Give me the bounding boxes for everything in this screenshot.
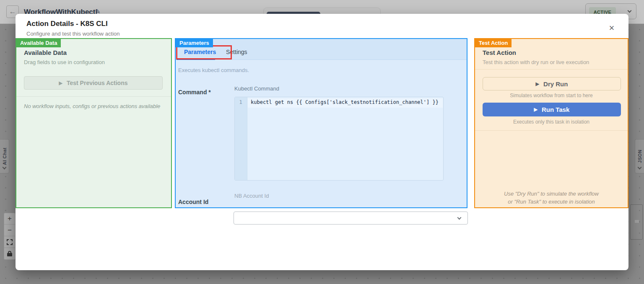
dry-run-button[interactable]: ▶ Dry Run xyxy=(483,77,621,90)
available-data-hint: Drag fields to use in configuration xyxy=(24,59,105,65)
parameters-tab-annotation-box xyxy=(176,45,232,59)
parameters-panel: Parameters Settings Parameters Executes … xyxy=(175,38,467,208)
modal-title: Action Details - K8S CLI xyxy=(26,20,108,28)
test-action-heading: Test Action xyxy=(483,49,516,56)
command-editor-label: Kubectl Command xyxy=(234,85,279,92)
test-previous-actions-button[interactable]: ▶ Test Previous Actions xyxy=(24,76,163,90)
account-id-placeholder: NB Account Id xyxy=(234,193,269,199)
close-icon: × xyxy=(609,23,615,34)
test-action-footer-note: Use "Dry Run" to simulate the workflow o… xyxy=(475,190,628,206)
divider xyxy=(475,69,628,70)
code-line-number: 1 xyxy=(235,99,247,105)
chevron-down-icon xyxy=(457,216,462,220)
close-button[interactable]: × xyxy=(606,22,618,34)
run-task-caption: Executes only this task in isolation xyxy=(475,119,628,125)
account-id-select[interactable] xyxy=(234,212,468,225)
test-action-annotation-badge: Test Action xyxy=(475,39,512,47)
command-field-label: Command * xyxy=(178,89,211,96)
footer-note-line2: or "Run Task" to execute in isolation xyxy=(475,198,628,206)
play-icon: ▶ xyxy=(59,80,62,86)
parameters-annotation-badge: Parameters xyxy=(176,39,213,47)
divider xyxy=(16,96,171,97)
test-previous-actions-label: Test Previous Actions xyxy=(67,80,127,86)
action-details-modal: Action Details - K8S CLI Configure and t… xyxy=(16,14,628,270)
play-icon: ▶ xyxy=(536,81,539,87)
run-task-button[interactable]: ▶ Run Task xyxy=(483,103,621,116)
action-description: Executes kubectl commands. xyxy=(178,67,249,73)
footer-note-line1: Use "Dry Run" to simulate the workflow xyxy=(475,190,628,198)
play-icon: ▶ xyxy=(534,107,538,112)
command-code-text: kubectl get ns {{ Configs['slack_testnot… xyxy=(251,99,439,105)
run-task-label: Run Task xyxy=(542,106,569,113)
available-data-panel: Available Data Available Data Drag field… xyxy=(16,38,172,208)
available-data-heading: Available Data xyxy=(24,49,67,56)
workflow-editor-screen: ← WorkflowWithKubectl ✎ ACTIVE AI Chat J… xyxy=(0,0,644,284)
dry-run-caption: Simulates workflow from start to here xyxy=(475,93,628,98)
test-action-hint: Test this action with dry run or live ex… xyxy=(483,59,589,65)
available-data-annotation-badge: Available Data xyxy=(16,39,61,47)
modal-subtitle: Configure and test this workflow action xyxy=(26,31,120,37)
available-data-empty-message: No workflow inputs, configs or previous … xyxy=(24,103,160,109)
code-gutter xyxy=(235,97,247,180)
dry-run-label: Dry Run xyxy=(543,80,568,88)
divider xyxy=(475,130,628,131)
command-code-editor[interactable]: 1 kubectl get ns {{ Configs['slack_testn… xyxy=(234,97,444,181)
test-action-panel: Test Action Test Action Test this action… xyxy=(474,38,628,208)
account-id-field-label: Account Id xyxy=(178,199,208,205)
